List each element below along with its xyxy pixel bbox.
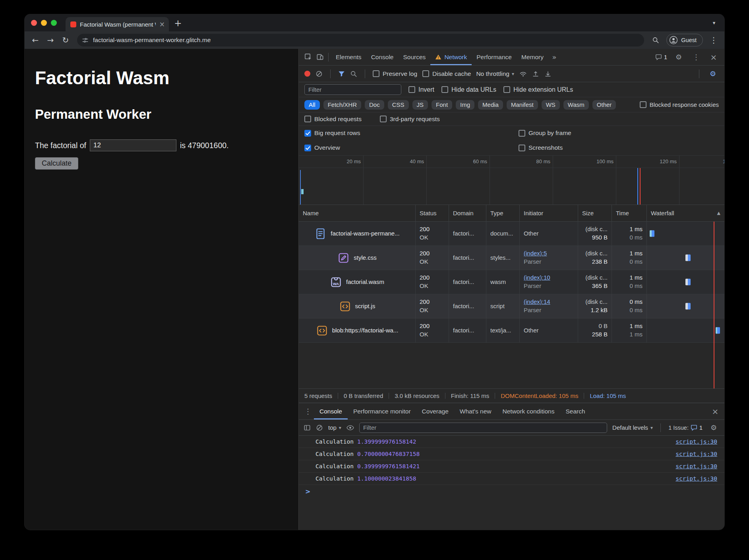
drawer-tab-performance-monitor[interactable]: Performance monitor — [348, 403, 416, 419]
console-prompt[interactable]: > — [299, 485, 724, 498]
console-message[interactable]: Calculation 0.3999999761581421 script.js… — [299, 460, 724, 473]
record-network-log-button[interactable] — [304, 71, 310, 77]
filter-ws[interactable]: WS — [542, 100, 560, 110]
checkbox[interactable] — [519, 130, 525, 137]
screenshots-checkbox[interactable]: Screenshots — [519, 144, 563, 151]
network-conditions-icon[interactable] — [519, 70, 527, 77]
checkbox[interactable] — [408, 86, 415, 93]
hide-extension-urls-checkbox[interactable]: Hide extension URLs — [503, 86, 573, 93]
throttling-dropdown[interactable]: No throttling ▾ — [476, 70, 514, 77]
reload-button[interactable]: ↻ — [59, 33, 72, 47]
console-settings-gear-icon[interactable]: ⚙ — [708, 422, 720, 434]
search-icon[interactable] — [350, 70, 357, 77]
device-toolbar-icon[interactable] — [314, 51, 326, 63]
calculate-button[interactable]: Calculate — [35, 157, 78, 170]
hide-data-urls-checkbox[interactable]: Hide data URLs — [441, 86, 496, 93]
checkbox[interactable] — [422, 70, 429, 77]
table-row[interactable]: style.css 200OK factori... styles... (in… — [299, 246, 724, 270]
checkbox[interactable] — [304, 116, 311, 122]
more-tabs-icon[interactable]: » — [548, 51, 560, 63]
column-size[interactable]: Size — [578, 205, 612, 221]
console-filter-input[interactable] — [359, 423, 607, 433]
address-bar[interactable]: factorial-wasm-permanent-worker.glitch.m… — [77, 34, 644, 46]
table-row[interactable]: blob:https://factorial-wa... 200OK facto… — [299, 319, 724, 343]
network-settings-gear-icon[interactable]: ⚙ — [707, 68, 719, 80]
tab-search-button[interactable]: ▾ — [708, 17, 720, 29]
tab-elements[interactable]: Elements — [331, 49, 366, 65]
settings-gear-icon[interactable]: ⚙ — [673, 51, 685, 63]
context-selector-dropdown[interactable]: top ▾ — [328, 424, 341, 431]
initiator-link[interactable]: (index):5 — [524, 250, 574, 257]
disable-cache-checkbox[interactable]: Disable cache — [422, 70, 471, 77]
preserve-log-checkbox[interactable]: Preserve log — [373, 70, 417, 77]
new-tab-button[interactable]: + — [172, 17, 184, 29]
drawer-tab-whats-new[interactable]: What's new — [454, 403, 497, 419]
filter-all[interactable]: All — [304, 100, 320, 110]
tab-sources[interactable]: Sources — [399, 49, 431, 65]
column-initiator[interactable]: Initiator — [520, 205, 578, 221]
big-request-rows-checkbox[interactable]: Big request rows — [304, 129, 360, 137]
browser-menu-icon[interactable]: ⋮ — [707, 33, 720, 47]
source-link[interactable]: script.js:30 — [675, 451, 717, 457]
initiator-link[interactable]: (index):14 — [524, 298, 574, 306]
console-message[interactable]: Calculation 1.399999976158142 script.js:… — [299, 436, 724, 448]
filter-wasm[interactable]: Wasm — [563, 100, 589, 110]
filter-font[interactable]: Font — [432, 100, 452, 110]
drawer-menu-icon[interactable]: ⋮ — [302, 406, 314, 417]
source-link[interactable]: script.js:30 — [675, 475, 717, 482]
minimize-window-button[interactable] — [41, 20, 47, 26]
table-row[interactable]: WA factorial.wasm 200OK factori... wasm … — [299, 270, 724, 294]
zoom-icon[interactable] — [649, 33, 662, 47]
forward-button[interactable]: → — [44, 33, 57, 47]
column-status[interactable]: Status — [416, 205, 449, 221]
table-row[interactable]: factorial-wasm-permane... 200OK factori.… — [299, 222, 724, 246]
inspect-element-icon[interactable] — [302, 51, 314, 63]
filter-other[interactable]: Other — [592, 100, 616, 110]
site-settings-icon[interactable] — [82, 37, 89, 44]
issues-indicator[interactable]: 1 — [655, 54, 667, 60]
console-message[interactable]: Calculation 0.7000000476837158 script.js… — [299, 448, 724, 460]
drawer-tab-search[interactable]: Search — [560, 403, 590, 419]
filter-fetch-xhr[interactable]: Fetch/XHR — [323, 100, 361, 110]
network-overview-timeline[interactable]: 20 ms 40 ms 60 ms 80 ms 100 ms 120 ms 14… — [299, 155, 724, 205]
drawer-tab-network-conditions[interactable]: Network conditions — [497, 403, 560, 419]
drawer-close-icon[interactable]: × — [709, 406, 721, 417]
devtools-menu-icon[interactable]: ⋮ — [690, 51, 702, 63]
clear-console-icon[interactable] — [316, 424, 323, 431]
group-by-frame-checkbox[interactable]: Group by frame — [519, 129, 571, 137]
blocked-requests-checkbox[interactable]: Blocked requests — [304, 116, 362, 123]
table-row[interactable]: script.js 200OK factori... script (index… — [299, 294, 724, 319]
tab-network[interactable]: Network — [430, 49, 472, 65]
filter-doc[interactable]: Doc — [365, 100, 384, 110]
tab-close-icon[interactable]: × — [159, 21, 165, 28]
drawer-tab-console[interactable]: Console — [314, 403, 348, 419]
checkbox[interactable] — [373, 70, 379, 77]
network-filter-input[interactable] — [304, 84, 401, 95]
checkbox[interactable] — [519, 145, 525, 151]
back-button[interactable]: ← — [29, 33, 42, 47]
console-sidebar-icon[interactable] — [304, 424, 311, 431]
column-time[interactable]: Time — [612, 205, 647, 221]
tab-memory[interactable]: Memory — [517, 49, 548, 65]
clear-network-log-icon[interactable] — [315, 70, 323, 77]
checkbox-checked[interactable] — [304, 130, 311, 137]
export-har-icon[interactable] — [532, 70, 539, 77]
filter-img[interactable]: Img — [456, 100, 474, 110]
filter-media[interactable]: Media — [478, 100, 503, 110]
factorial-input[interactable] — [90, 139, 176, 151]
invert-checkbox[interactable]: Invert — [408, 86, 434, 93]
checkbox[interactable] — [380, 116, 387, 122]
checkbox[interactable] — [640, 101, 646, 108]
checkbox-checked[interactable] — [304, 145, 311, 151]
drawer-tab-coverage[interactable]: Coverage — [416, 403, 454, 419]
live-expression-eye-icon[interactable] — [346, 425, 354, 431]
initiator-link[interactable]: (index):10 — [524, 274, 574, 282]
console-message[interactable]: Calculation 1.100000023841858 script.js:… — [299, 473, 724, 485]
checkbox[interactable] — [503, 86, 510, 93]
third-party-requests-checkbox[interactable]: 3rd-party requests — [380, 116, 440, 123]
profile-button[interactable]: Guest — [666, 34, 703, 46]
checkbox[interactable] — [441, 86, 448, 93]
log-levels-dropdown[interactable]: Default levels ▾ — [612, 424, 653, 431]
filter-js[interactable]: JS — [412, 100, 428, 110]
column-waterfall[interactable]: Waterfall ▲ — [647, 205, 724, 221]
